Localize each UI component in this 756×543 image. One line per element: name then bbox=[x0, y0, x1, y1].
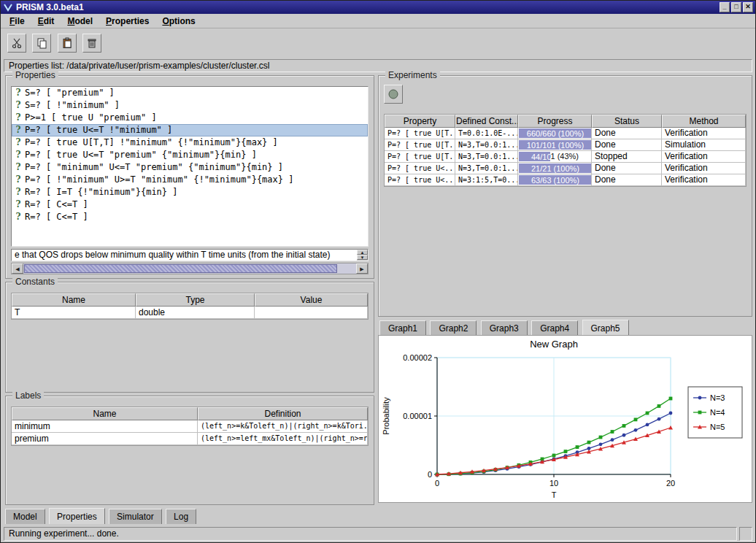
constant-type: double bbox=[136, 307, 255, 319]
question-mark-icon: ? bbox=[14, 99, 23, 112]
scroll-down-button[interactable]: ▼ bbox=[357, 255, 368, 260]
tab-model[interactable]: Model bbox=[5, 509, 45, 524]
experiment-property: P=? [ true U<... bbox=[385, 163, 455, 174]
experiment-progress-bar: 101/101 (100%) 101/101 (100%) bbox=[518, 139, 592, 151]
constant-name: T bbox=[12, 307, 136, 319]
scrollbar-track[interactable] bbox=[23, 263, 356, 274]
svg-text:N=5: N=5 bbox=[710, 423, 725, 431]
svg-text:0: 0 bbox=[428, 470, 432, 479]
stop-experiment-button[interactable] bbox=[384, 85, 403, 104]
trash-icon bbox=[86, 37, 98, 49]
paste-button[interactable] bbox=[58, 34, 77, 53]
experiment-row[interactable]: P=? [ true U[T... N=3,T=0.0:1... 101/101… bbox=[385, 139, 746, 151]
column-header-status[interactable]: Status bbox=[592, 115, 662, 128]
copy-button[interactable] bbox=[32, 34, 51, 53]
experiment-method: Simulation bbox=[662, 139, 746, 151]
properties-panel-title: Properties bbox=[12, 70, 58, 80]
column-header-defined-constants[interactable]: Defined Const... bbox=[455, 115, 518, 128]
property-list-item-selected[interactable]: ?P=? [ true U<=T !"minimum" ] bbox=[12, 124, 368, 136]
title-bar[interactable]: PRISM 3.0.beta1 _ □ ✕ bbox=[1, 1, 755, 14]
tab-graph3[interactable]: Graph3 bbox=[481, 320, 528, 335]
tab-simulator[interactable]: Simulator bbox=[109, 509, 162, 524]
property-list-item[interactable]: ?R=? [ I=T {!"minimum"}{min} ] bbox=[12, 186, 368, 199]
property-text: P=? [ true U<=T "premium" {"minimum"}{mi… bbox=[25, 149, 257, 161]
constants-row[interactable]: T double bbox=[12, 307, 368, 319]
scroll-up-button[interactable]: ▲ bbox=[357, 250, 368, 255]
property-list-item[interactable]: ?S=? [ "premium" ] bbox=[12, 87, 368, 99]
property-list-item[interactable]: ?P=? [ "minimum" U<=T "premium" {"minimu… bbox=[12, 161, 368, 174]
tab-graph5[interactable]: Graph5 bbox=[582, 320, 629, 335]
menu-model[interactable]: Model bbox=[63, 15, 97, 28]
property-list-item[interactable]: ?P>=1 [ true U "premium" ] bbox=[12, 112, 368, 124]
horizontal-scrollbar[interactable]: ◀ ▶ bbox=[11, 263, 369, 274]
column-header-name[interactable]: Name bbox=[12, 293, 136, 307]
scroll-right-button[interactable]: ▶ bbox=[356, 263, 368, 274]
property-list-item[interactable]: ?R=? [ C<=T ] bbox=[12, 199, 368, 211]
labels-table: Name Definition minimum (left_n>=k&Tolef… bbox=[11, 407, 369, 446]
experiment-constants: N=3,T=0.0:1... bbox=[455, 163, 518, 174]
column-header-definition[interactable]: Definition bbox=[198, 407, 368, 420]
scroll-left-button[interactable]: ◀ bbox=[12, 263, 23, 274]
close-button[interactable]: ✕ bbox=[743, 2, 753, 12]
scrollbar-thumb[interactable] bbox=[24, 264, 337, 273]
tab-graph4[interactable]: Graph4 bbox=[531, 320, 578, 335]
property-text: R=? [ C<=T ] bbox=[25, 199, 88, 211]
tab-graph2[interactable]: Graph2 bbox=[430, 320, 477, 335]
column-header-property[interactable]: Property bbox=[385, 115, 455, 128]
graph-display-panel: 0102000.000010.00002New GraphTProbabilit… bbox=[378, 335, 752, 503]
maximize-button[interactable]: □ bbox=[731, 2, 741, 12]
toolbar bbox=[1, 29, 755, 57]
comment-scrollbar[interactable]: ▲ ▼ bbox=[357, 250, 368, 261]
tab-graph1[interactable]: Graph1 bbox=[379, 320, 426, 335]
experiments-panel-title: Experiments bbox=[385, 70, 440, 80]
experiments-panel: Experiments Property Defined Const... Pr… bbox=[378, 75, 752, 317]
svg-text:N=4: N=4 bbox=[710, 408, 725, 417]
menu-options[interactable]: Options bbox=[158, 15, 199, 28]
experiment-row[interactable]: P=? [ true U<... N=3:1:5,T=0... 63/63 (1… bbox=[385, 174, 746, 186]
column-header-name[interactable]: Name bbox=[12, 407, 198, 420]
svg-text:0.00001: 0.00001 bbox=[403, 412, 432, 420]
constant-value[interactable] bbox=[255, 307, 368, 319]
question-mark-icon: ? bbox=[14, 161, 23, 174]
chart-canvas[interactable]: 0102000.000010.00002New GraphTProbabilit… bbox=[379, 336, 752, 502]
property-list-item[interactable]: ?P=? [ true U<=T "premium" {"minimum"}{m… bbox=[12, 149, 368, 161]
window-icon[interactable] bbox=[3, 2, 13, 12]
column-header-method[interactable]: Method bbox=[662, 115, 746, 128]
property-list-item[interactable]: ?R=? [ C<=T ] bbox=[12, 211, 368, 223]
experiment-status: Done bbox=[592, 163, 662, 174]
tab-log[interactable]: Log bbox=[166, 509, 196, 524]
property-text: P=? [ true U[T,T] !"minimum" {!"minimum"… bbox=[25, 136, 278, 149]
property-list-item[interactable]: ?P=? [ !"minimum" U>=T "minimum" {!"mini… bbox=[12, 174, 368, 186]
tab-properties[interactable]: Properties bbox=[49, 508, 105, 524]
experiment-row[interactable]: P=? [ true U<... N=3,T=0.0:1... 21/21 (1… bbox=[385, 163, 746, 174]
experiment-status: Done bbox=[592, 139, 662, 151]
property-comment-box[interactable]: e that QOS drops below minimum quality w… bbox=[11, 249, 369, 261]
property-text: R=? [ C<=T ] bbox=[25, 211, 88, 223]
menu-edit[interactable]: Edit bbox=[34, 15, 59, 28]
question-mark-icon: ? bbox=[14, 124, 23, 136]
column-header-type[interactable]: Type bbox=[136, 293, 255, 307]
delete-button[interactable] bbox=[82, 34, 101, 53]
column-header-progress[interactable]: Progress bbox=[518, 115, 592, 128]
experiment-row[interactable]: P=? [ true U[T... N=3,T=0.0:1... 44/101 … bbox=[385, 151, 746, 163]
experiment-constants: N=3,T=0.0:1... bbox=[455, 139, 518, 151]
window-title: PRISM 3.0.beta1 bbox=[16, 1, 718, 14]
menu-properties[interactable]: Properties bbox=[101, 15, 153, 28]
minimize-button[interactable]: _ bbox=[720, 2, 730, 12]
property-list-item[interactable]: ?S=? [ !"minimum" ] bbox=[12, 99, 368, 112]
property-list-item[interactable]: ?P=? [ true U[T,T] !"minimum" {!"minimum… bbox=[12, 136, 368, 149]
experiment-property: P=? [ true U[T... bbox=[385, 128, 455, 139]
property-text: P=? [ true U<=T !"minimum" ] bbox=[25, 124, 172, 136]
properties-list[interactable]: ?S=? [ "premium" ] ?S=? [ !"minimum" ] ?… bbox=[11, 86, 369, 247]
question-mark-icon: ? bbox=[14, 199, 23, 211]
column-header-value[interactable]: Value bbox=[255, 293, 368, 307]
menu-file[interactable]: File bbox=[5, 15, 29, 28]
experiment-property: P=? [ true U<... bbox=[385, 174, 455, 186]
experiment-row[interactable]: P=? [ true U[T... T=0.0:1.0E-... 660/660… bbox=[385, 128, 746, 139]
cut-button[interactable] bbox=[7, 34, 26, 53]
label-row[interactable]: minimum (left_n>=k&Toleft_n)|(right_n>=k… bbox=[12, 420, 368, 433]
resize-grip[interactable] bbox=[739, 527, 752, 541]
cut-icon bbox=[11, 37, 23, 49]
label-row[interactable]: premium (left_n>=left_mx&Toleft_n)|(righ… bbox=[12, 433, 368, 445]
paste-icon bbox=[61, 37, 73, 49]
